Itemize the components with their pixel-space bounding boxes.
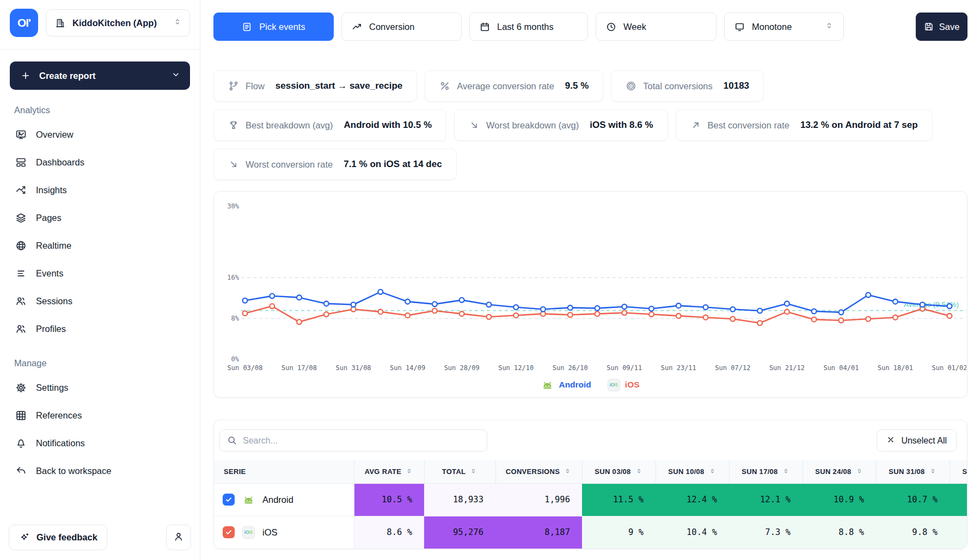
svg-text:Sun 14/09: Sun 14/09 (390, 364, 425, 372)
sidebar-item-settings[interactable]: Settings (10, 374, 190, 402)
flow-icon (228, 81, 239, 91)
worst-rate-stat: Worst conversion rate 7.1 % on iOS at 14… (213, 149, 457, 180)
pick-events-label: Pick events (259, 22, 305, 32)
best-breakdown-label: Best breakdown (avg) (246, 120, 333, 131)
svg-text:Sun 12/10: Sun 12/10 (498, 364, 534, 372)
row-checkbox[interactable] (223, 494, 235, 506)
sidebar-item-sessions[interactable]: Sessions (10, 287, 190, 315)
avg-rate-label: Average conversion rate (457, 81, 554, 91)
conversion-button[interactable]: Conversion (341, 13, 462, 41)
sidebar-item-dashboards[interactable]: Dashboards (10, 149, 190, 176)
app-root: OI' KiddoKitchen (App) Create report (0, 0, 980, 560)
create-report-label: Create report (39, 71, 96, 81)
sidebar-item-back-to-workspace[interactable]: Back to workspace (10, 457, 190, 485)
sidebar-item-events[interactable]: Events (10, 260, 190, 287)
granularity-button[interactable]: Week (596, 13, 716, 41)
sidebar-item-label: Pages (36, 213, 62, 223)
sidebar-item-references[interactable]: References (10, 402, 190, 429)
column-header-sun-10/08[interactable]: SUN 10/08 (656, 460, 729, 483)
sort-icon[interactable] (564, 467, 572, 477)
sidebar-item-profiles[interactable]: Profiles (10, 315, 190, 343)
sidebar-item-overview[interactable]: Overview (10, 121, 190, 149)
percent-icon (439, 81, 450, 91)
week-value-cell: 12.1 % (729, 483, 803, 516)
arrow-down-right-icon (228, 159, 239, 170)
legend-android[interactable]: Android (541, 379, 591, 391)
column-header-sun-07/09[interactable]: SUN 07/09 (950, 460, 967, 483)
week-value-cell: 10.7 % (876, 483, 950, 516)
svg-text:Sun 04/01: Sun 04/01 (823, 364, 859, 372)
table-row-android: Android 10.5 %18,9331,99611.5 %12.4 %12.… (214, 483, 967, 516)
sort-icon[interactable] (782, 467, 790, 477)
column-header-sun-31/08[interactable]: SUN 31/08 (876, 460, 950, 483)
create-report-button[interactable]: Create report (10, 61, 190, 90)
column-header-sun-24/08[interactable]: SUN 24/08 (803, 460, 876, 483)
save-button[interactable]: Save (916, 13, 967, 41)
legend-ios[interactable]: iOS iOS (608, 379, 640, 391)
sidebar-item-label: Dashboards (36, 157, 84, 168)
conversion-chart-card: Average (9.54%)0%8%16%30%Sun 03/08Sun 17… (213, 191, 967, 398)
search-input[interactable] (219, 429, 487, 452)
worst-rate-label: Worst conversion rate (246, 159, 333, 170)
chart-legend: Android iOS iOS (214, 374, 967, 395)
sort-icon[interactable] (469, 467, 477, 477)
save-label: Save (939, 22, 960, 32)
account-button[interactable] (166, 525, 191, 550)
ios-icon: iOS (608, 379, 620, 391)
sort-icon[interactable] (635, 467, 643, 477)
date-range-button[interactable]: Last 6 months (469, 13, 588, 41)
table-toolbar: Unselect All (214, 420, 967, 460)
chart-style-select[interactable]: Monotone (724, 13, 844, 41)
column-header-total[interactable]: TOTAL (424, 460, 495, 483)
updown-chevron-icon (825, 21, 834, 32)
sort-icon[interactable] (855, 467, 863, 477)
pages-icon (15, 212, 27, 224)
realtime-icon (15, 240, 27, 252)
row-checkbox[interactable] (223, 526, 235, 538)
avg-rate-cell: 10.5 % (354, 483, 424, 516)
sidebar-item-label: Notifications (36, 438, 85, 448)
give-feedback-label: Give feedback (36, 532, 97, 543)
workspace-selector[interactable]: KiddoKitchen (App) (46, 9, 190, 36)
week-value-cell: 7.3 % (729, 516, 803, 549)
sidebar-item-insights[interactable]: Insights (10, 176, 190, 204)
column-header-conversions[interactable]: CONVERSIONS (495, 460, 582, 483)
week-value-cell: 10.9 % (803, 483, 876, 516)
best-breakdown-value: Android with 10.5 % (344, 120, 432, 131)
arrow-down-right-icon (469, 120, 480, 131)
section-label-analytics: Analytics (14, 105, 186, 115)
sort-icon[interactable] (708, 467, 716, 477)
sidebar-item-label: Insights (36, 185, 67, 195)
column-header-sun-03/08[interactable]: SUN 03/08 (582, 460, 656, 483)
sidebar-item-label: Events (36, 268, 63, 279)
table-row-ios: iOS iOS 8.6 %95,2768,1879 %10.4 %7.3 %8.… (214, 516, 967, 549)
pick-events-button[interactable]: Pick events (213, 13, 334, 41)
sidebar-nav: Create report Analytics Overview Dashboa… (0, 50, 200, 525)
svg-text:16%: 16% (227, 274, 239, 281)
app-logo: OI' (10, 9, 38, 37)
events-icon (15, 268, 27, 280)
sidebar-item-realtime[interactable]: Realtime (10, 232, 190, 260)
sidebar-item-pages[interactable]: Pages (10, 204, 190, 232)
sort-icon[interactable] (929, 467, 937, 477)
main-content: Pick events Conversion Last 6 months Wee… (200, 0, 980, 560)
best-breakdown-stat: Best breakdown (avg) Android with 10.5 % (213, 109, 446, 141)
svg-text:Sun 01/02: Sun 01/02 (932, 364, 966, 372)
week-value-cell: 9.8 % (876, 516, 950, 549)
sidebar-item-notifications[interactable]: Notifications (10, 429, 190, 457)
worst-rate-value: 7.1 % on iOS at 14 dec (344, 159, 442, 170)
trending-up-icon (352, 22, 362, 32)
conversions-cell: 1,996 (495, 483, 582, 516)
stats-row-2: Best breakdown (avg) Android with 10.5 %… (213, 109, 967, 141)
column-header-serie[interactable]: SERIE (214, 460, 354, 483)
column-header-sun-17/08[interactable]: SUN 17/08 (729, 460, 803, 483)
unselect-all-button[interactable]: Unselect All (877, 429, 957, 452)
column-header-avg-rate[interactable]: AVG RATE (354, 460, 424, 483)
stats-row-3: Worst conversion rate 7.1 % on iOS at 14… (213, 149, 967, 180)
sort-icon[interactable] (405, 467, 413, 477)
trophy-icon (228, 120, 239, 131)
updown-chevron-icon (173, 17, 182, 28)
give-feedback-button[interactable]: Give feedback (9, 525, 107, 550)
references-icon (15, 410, 27, 422)
pick-events-icon (242, 22, 252, 32)
